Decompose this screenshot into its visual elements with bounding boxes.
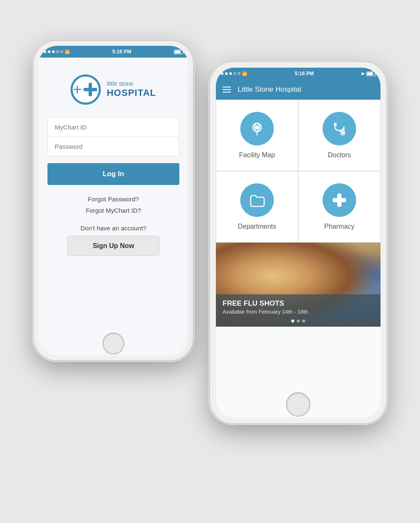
battery-fill	[175, 50, 181, 53]
departments-label: Departments	[238, 223, 276, 230]
sig-dot-3	[52, 50, 55, 53]
svg-rect-1	[84, 88, 97, 91]
phone2-home-button[interactable]	[286, 392, 310, 417]
phone2-right-icons: ▶	[362, 71, 375, 76]
doctors-label: Doctors	[328, 151, 351, 159]
phone1-signal: 📶	[44, 50, 70, 54]
grid-cell-departments[interactable]: Departments	[216, 171, 298, 243]
sig-dot2-5	[238, 72, 240, 75]
hamburger-menu[interactable]	[223, 87, 231, 92]
sig-dot2-1	[221, 72, 223, 75]
login-screen: little stone HOSPITAL Log In Forgot Pass…	[39, 58, 188, 355]
grid-cell-pharmacy[interactable]: Pharmacy	[298, 171, 381, 243]
banner-dot-2[interactable]	[297, 320, 300, 322]
phone2-signal: 📶	[221, 71, 247, 76]
location-icon: ▶	[362, 71, 365, 76]
sig-dot-4	[56, 50, 59, 53]
mychart-id-input[interactable]	[47, 117, 179, 137]
login-form	[47, 117, 179, 156]
pharmacy-cross-icon	[331, 191, 348, 209]
battery-fill-2	[367, 72, 373, 75]
folder-icon	[248, 191, 266, 209]
sig-dot2-4	[234, 72, 236, 75]
grid-cell-doctors[interactable]: Doctors	[298, 100, 381, 171]
hamburger-line-1	[223, 87, 231, 87]
app-grid: Facility Map Doctors	[216, 100, 381, 243]
banner-dots	[291, 320, 305, 322]
logo-line2: HOSPITAL	[107, 87, 156, 98]
svg-rect-10	[333, 198, 346, 202]
password-input[interactable]	[47, 137, 179, 156]
phone1-time: 5:16 PM	[112, 49, 131, 55]
svg-point-6	[342, 132, 344, 134]
battery-icon	[174, 50, 183, 54]
sig-dot-1	[44, 50, 46, 53]
phone1-home-button[interactable]	[102, 333, 124, 354]
hamburger-line-2	[223, 89, 231, 90]
scene: 📶 5:16 PM	[21, 20, 399, 503]
wifi-icon-2: 📶	[242, 71, 247, 76]
stethoscope-icon	[331, 120, 348, 137]
app-header: Little Stone Hospital	[216, 79, 381, 100]
app-banner: FREE FLU SHOTS Available from February 1…	[216, 243, 381, 327]
svg-point-3	[255, 126, 259, 129]
facility-map-label: Facility Map	[239, 151, 275, 159]
map-pin-icon	[248, 120, 266, 137]
sig-dot-2	[48, 50, 50, 53]
pharmacy-icon-circle	[323, 183, 356, 217]
phone2-status-bar: 📶 5:16 PM ▶	[216, 68, 381, 79]
phone2-screen: 📶 5:16 PM ▶ Little Stone Hospital	[216, 68, 381, 417]
hospital-logo-text: little stone HOSPITAL	[107, 80, 156, 98]
phone1-screen: 📶 5:16 PM	[39, 46, 188, 355]
doctors-icon-circle	[323, 112, 356, 145]
hospital-logo-circle	[71, 74, 101, 105]
phone2-time: 5:16 PM	[295, 71, 314, 77]
app-header-title: Little Stone Hospital	[238, 85, 301, 94]
sig-dot-5	[60, 50, 63, 53]
phone-app: 📶 5:16 PM ▶ Little Stone Hospital	[210, 62, 386, 423]
hamburger-line-3	[223, 92, 231, 92]
login-logo-area: little stone HOSPITAL	[71, 74, 156, 105]
phone-login: 📶 5:16 PM	[34, 41, 193, 360]
grid-cell-facility-map[interactable]: Facility Map	[216, 100, 298, 171]
banner-dot-3[interactable]	[302, 320, 305, 322]
phone1-battery	[174, 50, 183, 54]
login-links: Forgot Password? Forgot MyChart ID?	[86, 193, 141, 216]
wifi-icon: 📶	[65, 50, 70, 54]
banner-subtitle: Available from February 14th - 18th	[223, 309, 374, 315]
departments-icon-circle	[240, 183, 274, 217]
sig-dot2-3	[229, 72, 232, 75]
facility-map-icon-circle	[240, 112, 274, 145]
forgot-password-link[interactable]: Forgot Password?	[86, 193, 141, 205]
signup-button[interactable]: Sign Up Now	[67, 236, 160, 256]
banner-dot-1[interactable]	[291, 320, 294, 322]
no-account-text: Don't have an account?	[80, 225, 146, 232]
login-button[interactable]: Log In	[47, 163, 179, 185]
banner-title: FREE FLU SHOTS	[223, 299, 374, 308]
sig-dot2-2	[225, 72, 228, 75]
forgot-id-link[interactable]: Forgot MyChart ID?	[86, 205, 141, 216]
plus-icon	[82, 81, 99, 98]
phone1-status-bar: 📶 5:16 PM	[39, 46, 188, 58]
pharmacy-label: Pharmacy	[324, 223, 354, 230]
battery-icon-2	[366, 71, 375, 76]
logo-line1: little stone	[107, 80, 156, 87]
